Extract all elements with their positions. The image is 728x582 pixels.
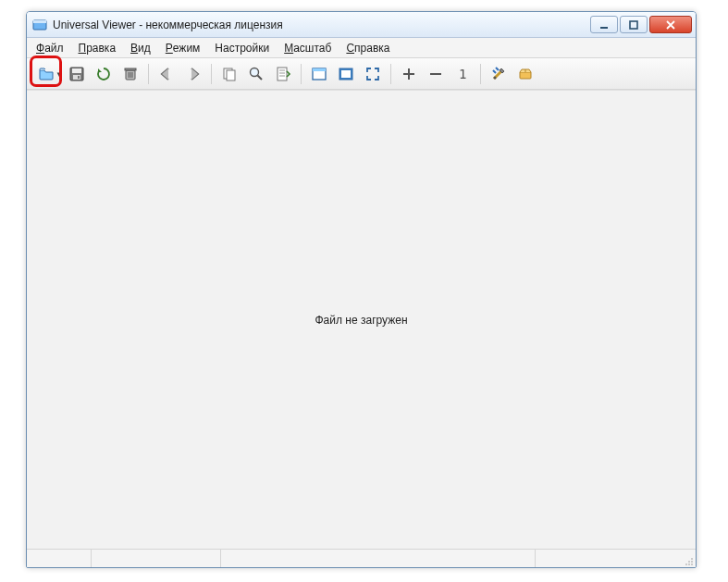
goto-line-button[interactable]: [271, 62, 295, 86]
find-icon: [248, 66, 265, 82]
minimize-button[interactable]: [590, 16, 618, 33]
copy-icon: [221, 66, 238, 82]
zoom-100-icon: 1: [454, 66, 471, 82]
svg-rect-17: [278, 68, 287, 80]
zoom-in-icon: [401, 66, 417, 82]
svg-line-16: [258, 75, 263, 80]
svg-point-29: [494, 76, 497, 79]
resize-grip-icon[interactable]: [683, 555, 694, 566]
copy-button[interactable]: [217, 62, 241, 86]
svg-point-33: [685, 563, 687, 565]
app-icon: [32, 18, 47, 32]
reload-button[interactable]: [92, 62, 116, 86]
maximize-icon: [629, 20, 638, 30]
svg-text:1: 1: [459, 67, 466, 81]
svg-point-35: [688, 561, 690, 563]
toolbar-separator: [148, 64, 149, 84]
save-button[interactable]: [65, 62, 89, 86]
window-title: Universal Viewer - некоммерческая лиценз…: [53, 19, 590, 31]
toolbar-separator: [480, 64, 481, 84]
zoom-out-button[interactable]: [424, 62, 448, 86]
menu-item-настройки[interactable]: Настройки: [207, 38, 277, 57]
zoom-in-button[interactable]: [397, 62, 421, 86]
dropdown-caret-icon: ▼: [56, 69, 63, 78]
toolbar-separator: [211, 64, 212, 84]
toolbar: ▼1: [27, 58, 696, 90]
menu-item-режим[interactable]: Режим: [158, 38, 208, 57]
nav-forward-button[interactable]: [181, 62, 205, 86]
fit-width-button[interactable]: [334, 62, 358, 86]
svg-point-36: [691, 558, 693, 560]
nav-back-icon: [158, 66, 175, 82]
options-icon: [490, 66, 507, 82]
svg-rect-24: [341, 70, 351, 78]
svg-rect-5: [72, 68, 81, 73]
fit-width-icon: [338, 66, 354, 82]
svg-rect-9: [125, 68, 136, 70]
svg-rect-22: [313, 68, 326, 71]
open-file-icon: [38, 66, 55, 82]
zoom-100-button[interactable]: 1: [450, 62, 475, 86]
fullscreen-icon: [364, 66, 381, 82]
close-button[interactable]: [649, 16, 692, 33]
svg-rect-2: [600, 27, 608, 29]
options-button[interactable]: [487, 62, 511, 86]
status-cell-4: [536, 550, 696, 567]
status-cell-2: [92, 550, 221, 567]
content-area: Файл не загружен: [27, 90, 696, 549]
save-icon: [68, 66, 85, 82]
minimize-icon: [599, 20, 609, 30]
goto-line-icon: [275, 66, 291, 82]
toolbar-separator: [301, 64, 302, 84]
status-cell-1: [27, 550, 92, 567]
svg-rect-1: [33, 20, 46, 23]
svg-point-34: [691, 561, 693, 563]
delete-button[interactable]: [118, 62, 142, 86]
statusbar: [27, 549, 696, 567]
titlebar: Universal Viewer - некоммерческая лиценз…: [27, 12, 696, 38]
menu-item-справка[interactable]: Справка: [339, 38, 397, 57]
maximize-button[interactable]: [620, 16, 648, 33]
delete-icon: [122, 66, 139, 82]
svg-point-32: [688, 563, 690, 565]
plugins-icon: [517, 66, 534, 82]
fit-window-icon: [311, 66, 327, 82]
menu-item-масштаб[interactable]: Масштаб: [277, 38, 339, 57]
fit-window-button[interactable]: [307, 62, 331, 86]
toolbar-separator: [390, 64, 391, 84]
app-window: Universal Viewer - некоммерческая лиценз…: [26, 11, 697, 568]
menu-item-вид[interactable]: Вид: [123, 38, 158, 57]
plugins-button[interactable]: [513, 62, 537, 86]
reload-icon: [95, 66, 112, 82]
zoom-out-icon: [427, 66, 444, 82]
status-cell-3: [221, 550, 536, 567]
empty-message: Файл не загружен: [315, 314, 407, 327]
fullscreen-button[interactable]: [361, 62, 385, 86]
window-controls: [590, 16, 692, 33]
menubar: ФайлПравкаВидРежимНастройкиМасштабСправк…: [27, 38, 696, 58]
svg-rect-7: [78, 76, 80, 79]
nav-back-button[interactable]: [154, 62, 179, 86]
svg-rect-3: [630, 21, 637, 29]
svg-point-15: [251, 68, 259, 76]
find-button[interactable]: [244, 62, 268, 86]
open-file-button[interactable]: ▼: [31, 62, 62, 86]
menu-item-правка[interactable]: Правка: [71, 38, 124, 57]
menu-item-файл[interactable]: Файл: [29, 38, 71, 57]
svg-rect-14: [227, 70, 235, 80]
nav-forward-icon: [185, 66, 202, 82]
close-icon: [665, 20, 676, 30]
svg-point-31: [691, 563, 693, 565]
